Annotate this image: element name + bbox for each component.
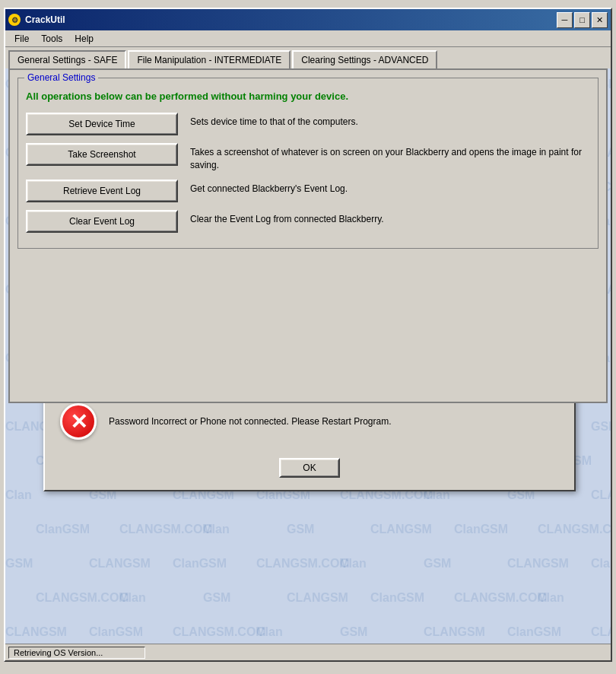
tab-content-general: General Settings All operations below ca… xyxy=(8,68,608,403)
dialog-footer: OK xyxy=(45,452,574,490)
title-bar: ⚙ CrackUtil ─ □ ✕ xyxy=(5,9,611,30)
main-window: // Generate watermarks dynamically const… xyxy=(4,8,612,662)
menu-tools[interactable]: Tools xyxy=(35,32,68,46)
set-device-time-desc: Sets device time to that of the computer… xyxy=(190,113,590,129)
status-bar: Retrieving OS Version... xyxy=(5,644,611,660)
window-title: CrackUtil xyxy=(25,14,65,25)
status-text: Retrieving OS Version... xyxy=(8,647,145,659)
menu-file[interactable]: File xyxy=(8,32,35,46)
tab-file-manipulation[interactable]: File Manipulation - INTERMEDIATE xyxy=(128,50,291,68)
error-message: Password Incorrect or Phone not connecte… xyxy=(109,415,392,428)
title-bar-left: ⚙ CrackUtil xyxy=(8,14,65,26)
take-screenshot-button[interactable]: Take Screenshot xyxy=(26,143,178,166)
close-button[interactable]: ✕ xyxy=(592,12,608,28)
window-controls: ─ □ ✕ xyxy=(557,12,608,28)
minimize-button[interactable]: ─ xyxy=(557,12,573,28)
clear-event-log-button[interactable]: Clear Event Log xyxy=(26,210,178,233)
retrieve-event-log-button[interactable]: Retrieve Event Log xyxy=(26,180,178,202)
maximize-button[interactable]: □ xyxy=(574,12,590,28)
set-device-time-button[interactable]: Set Device Time xyxy=(26,113,178,135)
take-screenshot-desc: Takes a screenshot of whatever is on scr… xyxy=(190,143,590,172)
tab-bar: General Settings - SAFE File Manipulatio… xyxy=(5,47,611,68)
retrieve-event-log-desc: Get connected Blackberry's Event Log. xyxy=(190,180,590,196)
group-box-label: General Settings xyxy=(24,72,98,83)
clear-event-log-desc: Clear the Event Log from connected Black… xyxy=(190,210,590,226)
action-row-screenshot: Take Screenshot Takes a screenshot of wh… xyxy=(26,143,590,172)
tab-clearing-settings[interactable]: Clearing Settings - ADVANCED xyxy=(292,50,437,68)
safe-message: All operations below can be performed wi… xyxy=(26,91,590,102)
menu-bar: File Tools Help xyxy=(5,30,611,47)
app-icon: ⚙ xyxy=(8,14,21,26)
general-settings-group: General Settings All operations below ca… xyxy=(17,78,599,249)
action-row-set-time: Set Device Time Sets device time to that… xyxy=(26,113,590,135)
tab-general-settings[interactable]: General Settings - SAFE xyxy=(8,50,126,69)
ok-button[interactable]: OK xyxy=(279,458,340,478)
action-row-retrieve-log: Retrieve Event Log Get connected Blackbe… xyxy=(26,180,590,202)
menu-help[interactable]: Help xyxy=(68,32,100,46)
error-icon: ✕ xyxy=(60,403,97,440)
action-row-clear-log: Clear Event Log Clear the Event Log from… xyxy=(26,210,590,233)
